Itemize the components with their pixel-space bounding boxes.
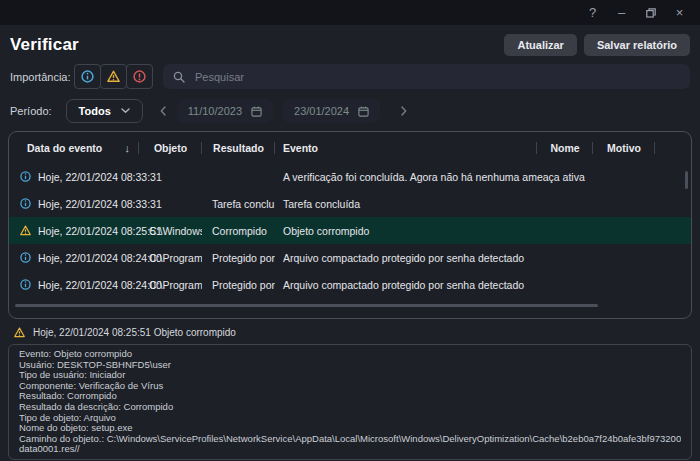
event-descricao: A verificação foi concluída. Agora não h… xyxy=(275,171,537,183)
period-label: Período: xyxy=(10,105,52,117)
detail-header-text: Hoje, 22/01/2024 08:25:51 Objeto corromp… xyxy=(33,327,236,338)
search-box[interactable] xyxy=(163,64,690,89)
info-icon xyxy=(81,70,94,83)
period-dropdown-value: Todos xyxy=(79,105,111,117)
vertical-scrollbar[interactable] xyxy=(685,171,688,189)
info-icon xyxy=(20,198,31,209)
detail-line-tipo-objeto: Tipo de objeto: Arquivo xyxy=(19,413,681,424)
calendar-icon xyxy=(251,106,262,117)
event-details-panel: Evento: Objeto corrompido Usuário: DESKT… xyxy=(8,344,692,460)
warning-icon xyxy=(20,225,31,236)
detail-line-caminho-continuacao: data0001.res// xyxy=(19,444,681,455)
event-descricao: Objeto corrompido xyxy=(275,225,537,237)
detail-line-caminho-objeto: Caminho do objeto.: C:\Windows\ServicePr… xyxy=(19,434,681,445)
event-objeto: C:\Windows\ xyxy=(139,225,202,237)
table-header: Data do evento ↓ Objeto Resultado Evento… xyxy=(9,132,691,163)
detail-line-tipo-usuario: Tipo de usuário: Iniciador xyxy=(19,370,681,381)
detail-line-resultado: Resultado: Corrompido xyxy=(19,391,681,402)
chevron-right-icon xyxy=(401,106,407,116)
table-row[interactable]: Hoje, 22/01/2024 08:24:00 C:\Program F P… xyxy=(9,271,691,298)
date-to-field[interactable]: 23/01/2024 xyxy=(283,99,380,123)
detail-line-evento: Evento: Objeto corrompido xyxy=(19,349,681,360)
event-date: Hoje, 22/01/2024 08:33:31 xyxy=(38,171,162,183)
minimize-button[interactable]: – xyxy=(607,2,636,23)
event-resultado: Tarefa concluída xyxy=(202,198,275,210)
event-descricao: Arquivo compactado protegido por senha d… xyxy=(275,279,537,291)
importance-filter-group xyxy=(75,64,153,89)
event-resultado: Protegido por se xyxy=(202,279,275,291)
close-button[interactable]: × xyxy=(665,2,694,23)
period-dropdown[interactable]: Todos xyxy=(66,99,143,123)
column-header-motivo[interactable]: Motivo xyxy=(593,132,655,163)
event-descricao: Arquivo compactado protegido por senha d… xyxy=(275,252,537,264)
event-date: Hoje, 22/01/2024 08:33:31 xyxy=(38,198,162,210)
refresh-button[interactable]: Atualizar xyxy=(504,34,576,56)
event-resultado: Corrompido xyxy=(202,225,275,237)
detail-line-resultado-descricao: Resultado da descrição: Corrompido xyxy=(19,402,681,413)
date-to-value: 23/01/2024 xyxy=(294,105,349,117)
page-title: Verificar xyxy=(10,35,79,55)
sort-descending-icon[interactable]: ↓ xyxy=(125,142,131,154)
chevron-down-icon xyxy=(121,108,130,114)
event-descricao: Tarefa concluída xyxy=(275,198,537,210)
event-objeto: C:\Program F xyxy=(139,252,202,264)
column-header-resultado[interactable]: Resultado xyxy=(202,132,275,163)
importance-label: Importância: xyxy=(10,71,72,83)
filter-critical-button[interactable] xyxy=(126,64,153,89)
table-row-selected[interactable]: Hoje, 22/01/2024 08:25:51 C:\Windows\ Co… xyxy=(9,217,691,244)
event-objeto: C:\Program F xyxy=(139,279,202,291)
table-row[interactable]: Hoje, 22/01/2024 08:33:31 A verificação … xyxy=(9,163,691,190)
period-row: Período: Todos 11/10/2023 23/01/2024 xyxy=(10,99,690,123)
critical-icon xyxy=(133,70,146,83)
date-from-field[interactable]: 11/10/2023 xyxy=(177,99,273,123)
previous-period-button[interactable] xyxy=(149,99,177,123)
detail-line-usuario: Usuário: DESKTOP-SBHNFD5\user xyxy=(19,360,681,371)
info-icon xyxy=(20,279,31,290)
events-table: Data do evento ↓ Objeto Resultado Evento… xyxy=(8,131,692,319)
detail-line-nome-objeto: Nome do objeto: setup.exe xyxy=(19,423,681,434)
maximize-button[interactable] xyxy=(636,2,665,23)
column-header-data-do-evento[interactable]: Data do evento ↓ xyxy=(9,132,139,163)
filter-row: Importância: xyxy=(10,64,690,89)
help-button[interactable]: ? xyxy=(578,2,607,23)
event-resultado: Protegido por se xyxy=(202,252,275,264)
calendar-icon xyxy=(358,106,369,117)
filter-warning-button[interactable] xyxy=(100,64,127,89)
app-window: ? – × Verificar Atualizar Salvar relatór… xyxy=(0,0,700,461)
search-input[interactable] xyxy=(193,70,680,84)
horizontal-scrollbar[interactable] xyxy=(15,304,598,307)
chevron-left-icon xyxy=(160,106,166,116)
detail-line-componente: Componente: Verificação de Vírus xyxy=(19,381,681,392)
save-report-button[interactable]: Salvar relatório xyxy=(584,34,690,56)
table-row[interactable]: Hoje, 22/01/2024 08:33:31 Tarefa concluí… xyxy=(9,190,691,217)
date-from-value: 11/10/2023 xyxy=(188,105,242,117)
filter-info-button[interactable] xyxy=(74,64,101,89)
info-icon xyxy=(20,252,31,263)
table-row[interactable]: Hoje, 22/01/2024 08:24:00 C:\Program F P… xyxy=(9,244,691,271)
restore-window-icon xyxy=(646,8,656,18)
column-header-nome[interactable]: Nome xyxy=(537,132,593,163)
detail-header: Hoje, 22/01/2024 08:25:51 Objeto corromp… xyxy=(14,327,700,338)
page-header: Verificar Atualizar Salvar relatório xyxy=(0,25,700,60)
titlebar: ? – × xyxy=(0,0,700,25)
next-period-button[interactable] xyxy=(390,99,418,123)
warning-icon xyxy=(14,327,25,338)
warning-icon xyxy=(107,70,120,83)
search-icon xyxy=(173,71,185,83)
column-header-evento[interactable]: Evento xyxy=(275,132,537,163)
column-header-objeto[interactable]: Objeto xyxy=(139,132,202,163)
info-icon xyxy=(20,171,31,182)
